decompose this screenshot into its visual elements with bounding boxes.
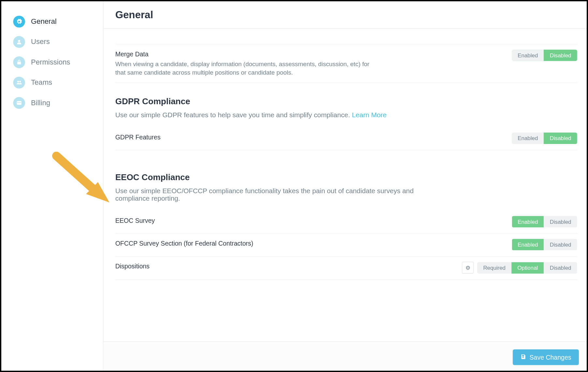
row-dispositions: Dispositions ⚙ Required Optional Disable…	[115, 257, 577, 280]
sidebar-item-permissions[interactable]: Permissions	[13, 52, 95, 72]
people-icon	[13, 77, 25, 88]
section-description: Use our simple GDPR features to help sav…	[115, 111, 577, 119]
sidebar-item-general[interactable]: General	[13, 11, 95, 32]
settings-sidebar: General Users Permissions Teams	[1, 1, 103, 372]
sidebar-item-label: Users	[31, 38, 50, 46]
sidebar-item-label: Billing	[31, 99, 50, 107]
row-description: When viewing a candidate, display inform…	[115, 60, 370, 77]
section-description: Use our simple EEOC/OFCCP compliance fun…	[115, 187, 437, 203]
footer-bar: Save Changes	[103, 341, 588, 372]
toggle-enabled[interactable]: Enabled	[512, 50, 544, 61]
toggle-disabled[interactable]: Disabled	[544, 133, 577, 144]
toggle-disabled[interactable]: Disabled	[544, 216, 577, 227]
row-title: OFCCP Survey Section (for Federal Contra…	[115, 240, 253, 247]
row-ofccp-survey: OFCCP Survey Section (for Federal Contra…	[115, 234, 577, 257]
toggle-disabled[interactable]: Disabled	[544, 239, 577, 250]
section-gdpr: GDPR Compliance Use our simple GDPR feat…	[115, 83, 577, 150]
lock-icon	[13, 56, 25, 68]
svg-point-3	[19, 81, 21, 82]
section-heading: GDPR Compliance	[115, 97, 577, 107]
toggle-required[interactable]: Required	[477, 262, 511, 273]
section-heading: EEOC Compliance	[115, 172, 577, 182]
row-title: Dispositions	[115, 263, 150, 270]
toggle-disabled[interactable]: Disabled	[544, 50, 577, 61]
save-label: Save Changes	[530, 354, 571, 361]
page-title: General	[115, 9, 577, 21]
toggle-optional[interactable]: Optional	[511, 262, 544, 273]
toggle-ofccp-survey: Enabled Disabled	[512, 239, 577, 250]
section-eeoc: EEOC Compliance Use our simple EEOC/OFCC…	[115, 167, 577, 280]
svg-rect-1	[17, 62, 21, 64]
dispositions-settings-button[interactable]: ⚙	[462, 262, 474, 274]
gear-icon	[13, 16, 25, 27]
svg-point-2	[17, 81, 19, 82]
sidebar-item-billing[interactable]: Billing	[13, 93, 95, 113]
svg-point-0	[18, 40, 20, 42]
main-body[interactable]: (…) Merge Data When viewing a candidate,…	[103, 29, 588, 341]
settings-app: General Users Permissions Teams	[1, 1, 588, 372]
toggle-enabled[interactable]: Enabled	[512, 133, 544, 144]
main-panel: General (…) Merge Data When viewing a ca…	[103, 1, 588, 372]
save-icon	[520, 354, 526, 361]
card-icon	[13, 97, 25, 109]
toggle-enabled[interactable]: Enabled	[512, 239, 544, 250]
sidebar-item-label: General	[31, 17, 57, 26]
row-title: EEOC Survey	[115, 217, 155, 224]
toggle-eeoc-survey: Enabled Disabled	[512, 216, 577, 227]
toggle-dispositions: Required Optional Disabled	[477, 262, 577, 273]
sidebar-item-teams[interactable]: Teams	[13, 72, 95, 93]
row-title: GDPR Features	[115, 134, 161, 141]
svg-rect-5	[17, 102, 22, 103]
sidebar-item-label: Permissions	[31, 58, 70, 66]
save-changes-button[interactable]: Save Changes	[513, 350, 579, 365]
toggle-gdpr-features: Enabled Disabled	[512, 133, 577, 144]
gdpr-learn-more-link[interactable]: Learn More	[352, 111, 387, 119]
sidebar-item-label: Teams	[31, 79, 52, 87]
row-eeoc-survey: EEOC Survey Enabled Disabled	[115, 211, 577, 234]
toggle-merge-data: Enabled Disabled	[512, 50, 577, 61]
toggle-disabled[interactable]: Disabled	[544, 262, 577, 273]
sidebar-item-users[interactable]: Users	[13, 32, 95, 52]
row-merge-data: Merge Data When viewing a candidate, dis…	[115, 45, 577, 83]
main-header: General	[103, 1, 588, 29]
row-title: Merge Data	[115, 50, 370, 58]
user-icon	[13, 36, 25, 48]
gear-icon: ⚙	[465, 265, 471, 271]
toggle-enabled[interactable]: Enabled	[512, 216, 544, 227]
row-gdpr-features: GDPR Features Enabled Disabled	[115, 128, 577, 150]
